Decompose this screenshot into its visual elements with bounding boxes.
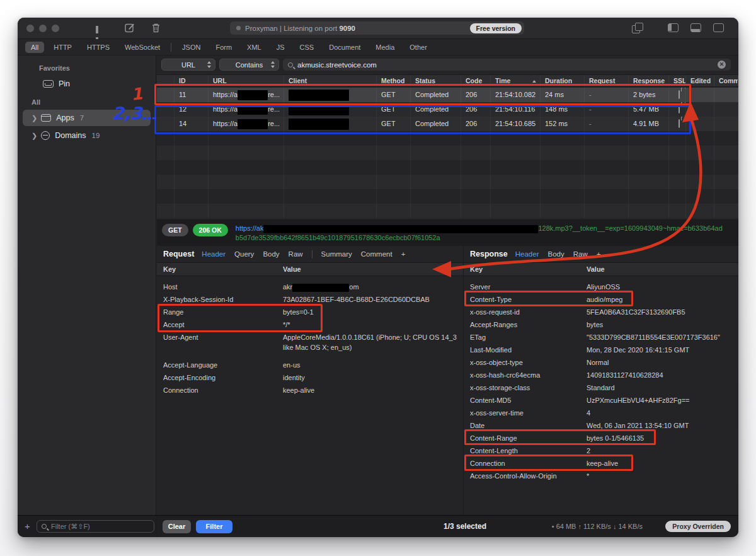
tab-all[interactable]: All <box>25 42 44 53</box>
cell-time: 21:54:10.082 <box>491 88 541 102</box>
tab-https[interactable]: HTTPS <box>81 42 115 53</box>
close-window-button[interactable] <box>26 25 34 32</box>
header-value: keep-alive <box>283 384 458 397</box>
column-header-response[interactable]: Response <box>629 75 669 86</box>
panel-title: Request <box>163 250 194 258</box>
add-filter-button[interactable]: + <box>25 521 30 531</box>
compose-icon[interactable] <box>125 23 135 35</box>
method-badge: GET <box>162 224 188 236</box>
tab-http[interactable]: HTTP <box>48 42 77 53</box>
clear-button[interactable]: Clear <box>163 520 191 533</box>
table-row[interactable]: 11https://are...GETCompleted20621:54:10.… <box>157 88 738 102</box>
header-value: AppleCoreMedia/1.0.0.18C61 (iPhone; U; C… <box>283 331 458 352</box>
tab-header[interactable]: Header <box>515 250 539 258</box>
toggle-left-panel-icon[interactable] <box>668 23 679 32</box>
request-url: https://ak128k.mp3?__token__=exp=1609943… <box>236 224 723 246</box>
column-header-client[interactable]: Client <box>284 75 377 86</box>
add-tab-button[interactable]: + <box>597 250 601 258</box>
header-value: keep-alive <box>587 457 733 470</box>
column-header-method[interactable]: Method <box>377 75 411 86</box>
column-header-ssl[interactable]: SSL <box>669 75 686 86</box>
apps-icon <box>41 114 51 122</box>
header-value: audio/mpeg <box>587 293 733 306</box>
pause-capture-icon[interactable] <box>96 25 103 32</box>
proxy-overriden-badge[interactable]: Proxy Overriden <box>665 521 731 532</box>
tab-js[interactable]: JS <box>271 42 290 53</box>
trash-icon[interactable] <box>151 23 161 35</box>
tab-css[interactable]: CSS <box>294 42 320 53</box>
header-row: Hostakrom <box>157 281 463 293</box>
column-header-time[interactable]: Time <box>491 75 541 86</box>
sidebar-item-pin[interactable]: Pin <box>23 76 151 92</box>
column-header-request[interactable]: Request <box>585 75 629 86</box>
add-tab-button[interactable]: + <box>401 250 406 258</box>
tab-form[interactable]: Form <box>210 42 238 53</box>
sidebar-item-apps[interactable]: ❯Apps7 <box>23 110 151 126</box>
empty-cell <box>175 189 209 204</box>
header-value: en-us <box>283 359 458 371</box>
empty-cell <box>585 131 629 146</box>
header-value: Mon, 28 Dec 2020 16:41:15 GMT <box>587 344 733 356</box>
tab-media[interactable]: Media <box>370 42 400 53</box>
empty-cell <box>209 146 284 160</box>
cell-time: 21:54:10.116 <box>491 102 541 117</box>
show-tabs-icon[interactable] <box>632 23 643 32</box>
toggle-right-panel-icon[interactable] <box>713 23 724 32</box>
column-header-edited[interactable]: Edited <box>686 75 714 86</box>
cell-code: 206 <box>461 102 491 117</box>
tab-websocket[interactable]: WebSocket <box>119 42 166 53</box>
empty-cell <box>669 189 686 204</box>
cell-duration: 152 ms <box>541 117 585 131</box>
minimize-window-button[interactable] <box>39 25 47 32</box>
search-icon <box>288 62 293 67</box>
detail-panels: RequestHeaderQueryBodyRawSummaryComment+… <box>157 246 738 515</box>
request-panel: RequestHeaderQueryBodyRawSummaryComment+… <box>157 246 464 515</box>
header-row: Accept-Encodingidentity <box>157 371 463 384</box>
empty-cell <box>714 189 738 204</box>
column-header-comment[interactable]: Comment <box>714 75 738 86</box>
tab-raw[interactable]: Raw <box>573 250 588 258</box>
tab-comment[interactable]: Comment <box>361 250 392 258</box>
cell-ssl <box>669 102 686 117</box>
column-header-id[interactable]: ID <box>175 75 209 86</box>
filter-button[interactable]: Filter <box>196 520 232 533</box>
header-value: bytes 0-1/5466135 <box>587 432 733 444</box>
clear-search-icon[interactable]: ✕ <box>718 61 726 69</box>
tab-body[interactable]: Body <box>263 250 279 258</box>
filter-field-select[interactable]: URL <box>161 59 215 71</box>
tab-query[interactable]: Query <box>234 250 254 258</box>
tab-document[interactable]: Document <box>323 42 366 53</box>
header-row: Accept-Rangesbytes <box>464 318 738 331</box>
sidebar-item-domains[interactable]: ❯Domains19 <box>23 127 151 144</box>
tab-json[interactable]: JSON <box>176 42 206 53</box>
header-row: User-AgentAppleCoreMedia/1.0.0.18C61 (iP… <box>157 331 463 356</box>
column-header-code[interactable]: Code <box>461 75 491 86</box>
header-row: x-oss-storage-classStandard <box>464 381 738 394</box>
redacted-url <box>238 119 268 129</box>
table-row[interactable]: 12https://are...GETCompleted20621:54:10.… <box>157 102 738 117</box>
stepper-arrows-icon <box>270 61 275 69</box>
tab-xml[interactable]: XML <box>241 42 267 53</box>
open-padlock-icon <box>679 90 680 99</box>
open-padlock-icon <box>679 105 680 113</box>
column-header-duration[interactable]: Duration <box>541 75 585 86</box>
header-row: Last-ModifiedMon, 28 Dec 2020 16:41:15 G… <box>464 344 738 356</box>
bottom-filter-input[interactable]: Filter (⌘⇧F) <box>37 520 154 533</box>
tab-body[interactable]: Body <box>547 250 564 258</box>
url-search-input[interactable]: akmusic.streetvoice.com ✕ <box>283 59 731 71</box>
tab-other[interactable]: Other <box>404 42 433 53</box>
empty-cell <box>377 146 411 160</box>
tab-raw[interactable]: Raw <box>289 250 303 258</box>
empty-cell <box>629 131 669 146</box>
header-value: 5FEA0B6A31C32F3132690FB5 <box>587 306 733 318</box>
tab-header[interactable]: Header <box>202 250 226 258</box>
zoom-window-button[interactable] <box>52 25 59 32</box>
request-kv-header: Key Value <box>157 262 463 276</box>
toggle-bottom-panel-icon[interactable] <box>690 23 701 32</box>
column-header-url[interactable]: URL <box>209 75 284 86</box>
header-value: identity <box>283 371 458 384</box>
filter-operator-select[interactable]: Contains <box>219 59 279 71</box>
tab-summary[interactable]: Summary <box>321 250 352 258</box>
table-row[interactable]: 14https://are...GETCompleted20621:54:10.… <box>157 117 738 131</box>
column-header-status[interactable]: Status <box>411 75 461 86</box>
